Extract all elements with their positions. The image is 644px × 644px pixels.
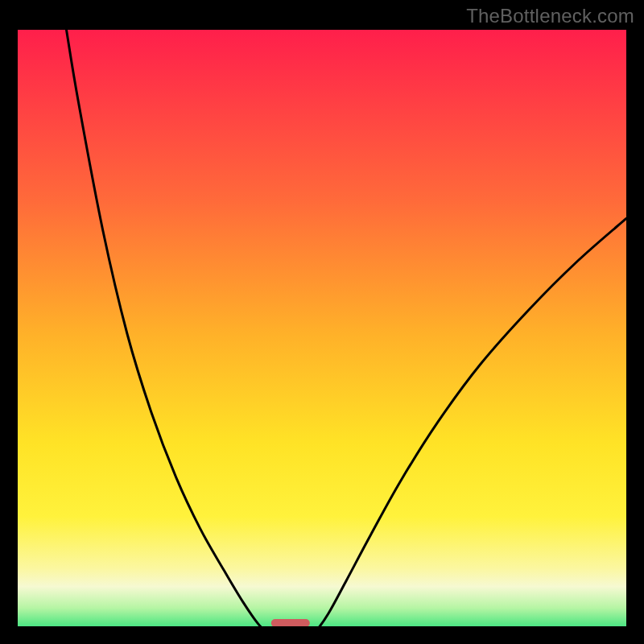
right-branch-curve: [307, 218, 626, 626]
curve-layer: [18, 30, 626, 626]
plot-area: [18, 30, 626, 626]
chart-frame: TheBottleneck.com: [0, 0, 644, 644]
watermark-text: TheBottleneck.com: [466, 5, 634, 27]
bottleneck-marker: [271, 619, 310, 626]
left-branch-curve: [66, 30, 275, 626]
